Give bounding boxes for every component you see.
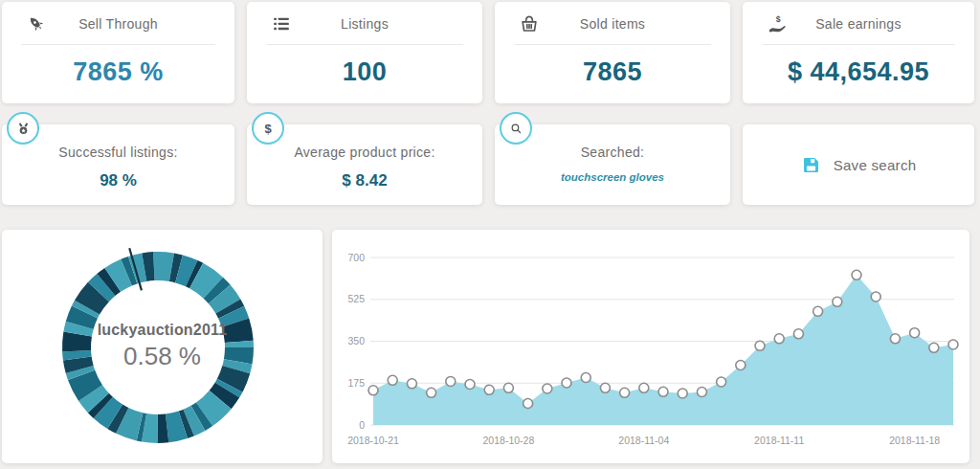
svg-text:2018-10-21: 2018-10-21 xyxy=(347,435,399,446)
stat-value: 98 % xyxy=(2,171,234,190)
save-search-button[interactable]: Save search xyxy=(743,124,974,205)
stat-value: 100 xyxy=(247,57,482,87)
stat-value: $ 8.42 xyxy=(247,171,482,190)
stat-card-successful-listings: Successful listings: 98 % xyxy=(2,124,234,205)
stat-label: Successful listings: xyxy=(2,145,234,160)
divider xyxy=(762,44,955,45)
stat-card-average-price: $ Average product price: $ 8.42 xyxy=(247,124,482,205)
save-search-card: Save search xyxy=(743,124,974,205)
svg-text:700: 700 xyxy=(347,252,365,263)
search-icon xyxy=(500,112,532,145)
stat-card-listings: Listings 100 xyxy=(247,2,482,103)
search-query-value: touchscreen gloves xyxy=(495,171,730,183)
divider xyxy=(514,44,711,45)
stat-title: Listings xyxy=(341,16,389,32)
basket-icon xyxy=(519,13,540,34)
list-icon xyxy=(271,13,292,34)
stat-card-searched: Searched: touchscreen gloves xyxy=(495,124,730,205)
stat-value: 7865 xyxy=(495,57,730,87)
save-search-label: Save search xyxy=(834,157,917,173)
hand-dollar-icon: $ xyxy=(767,13,788,34)
svg-text:350: 350 xyxy=(347,335,365,346)
rocket-icon xyxy=(26,13,47,34)
svg-text:525: 525 xyxy=(347,293,365,304)
stat-label: Searched: xyxy=(495,145,730,160)
stat-value: $ 44,654.95 xyxy=(743,57,974,87)
svg-text:2018-11-18: 2018-11-18 xyxy=(889,435,940,446)
svg-text:2018-11-11: 2018-11-11 xyxy=(754,435,804,446)
stat-title: Sell Through xyxy=(78,16,158,32)
divider xyxy=(266,44,463,45)
stat-card-sale-earnings: $ Sale earnings $ 44,654.95 xyxy=(743,2,974,103)
sellers-donut-card: luckyauction2011 0.58 % xyxy=(2,230,323,463)
svg-text:2018-10-28: 2018-10-28 xyxy=(483,435,535,446)
svg-text:2018-11-04: 2018-11-04 xyxy=(618,435,669,446)
stat-value: 7865 % xyxy=(2,57,234,87)
save-icon xyxy=(801,155,821,175)
sold-items-chart-card: 01753505257002018-10-212018-10-282018-11… xyxy=(332,230,969,463)
dollar-icon: $ xyxy=(252,112,284,145)
divider xyxy=(21,44,215,45)
svg-text:$: $ xyxy=(776,14,781,24)
svg-text:0: 0 xyxy=(359,419,365,431)
stat-title: Sold items xyxy=(580,16,645,32)
stat-card-sold-items: Sold items 7865 xyxy=(495,2,730,103)
stat-title: Sale earnings xyxy=(815,16,902,32)
sold-items-area-chart[interactable]: 01753505257002018-10-212018-10-282018-11… xyxy=(332,230,969,463)
svg-text:175: 175 xyxy=(347,377,365,389)
medal-icon xyxy=(7,112,39,145)
stat-label: Average product price: xyxy=(247,145,482,160)
stat-card-sell-through: Sell Through 7865 % xyxy=(2,2,234,103)
sellers-donut-chart[interactable] xyxy=(57,247,258,448)
